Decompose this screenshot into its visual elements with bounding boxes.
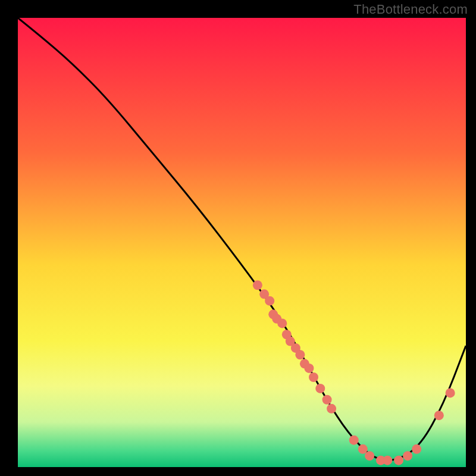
chart-gradient-background bbox=[18, 18, 466, 467]
data-marker bbox=[383, 456, 392, 465]
chart-svg bbox=[0, 0, 476, 476]
data-marker bbox=[358, 444, 368, 454]
data-marker bbox=[309, 372, 318, 382]
data-marker bbox=[327, 404, 336, 414]
data-marker bbox=[295, 350, 305, 359]
data-marker bbox=[434, 411, 444, 420]
data-marker bbox=[277, 318, 287, 328]
watermark: TheBottleneck.com bbox=[353, 2, 468, 17]
data-marker bbox=[315, 384, 325, 393]
data-marker bbox=[412, 444, 421, 454]
data-marker bbox=[403, 451, 412, 461]
data-marker bbox=[322, 395, 332, 405]
data-marker bbox=[394, 456, 403, 465]
chart-container: TheBottleneck.com bbox=[0, 0, 476, 476]
data-marker bbox=[446, 388, 455, 397]
data-marker bbox=[349, 436, 359, 445]
data-marker bbox=[253, 280, 262, 290]
data-marker bbox=[304, 364, 314, 373]
data-marker bbox=[265, 296, 274, 306]
data-marker bbox=[365, 451, 374, 461]
